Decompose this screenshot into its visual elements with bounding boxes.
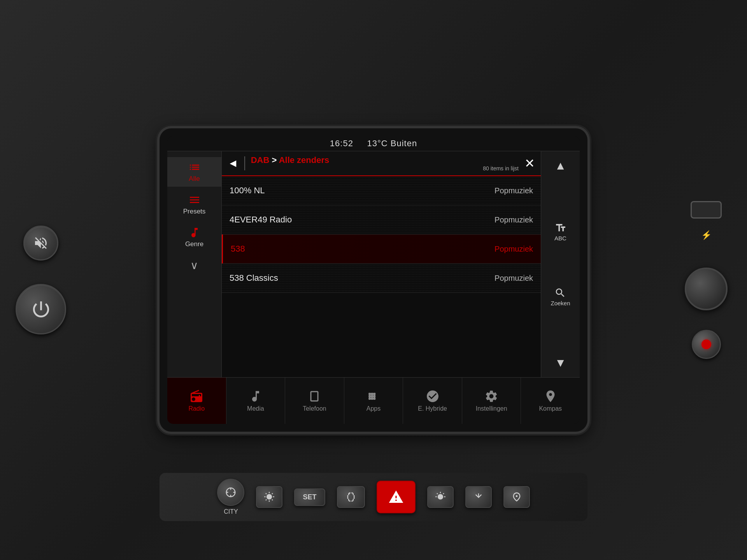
abc-button[interactable]: ABC (554, 222, 566, 242)
current-time: 16:52 (330, 138, 353, 148)
set-button[interactable]: SET (294, 488, 325, 506)
power-button[interactable] (16, 284, 66, 334)
nav-item-kompas[interactable]: Kompas (521, 378, 580, 424)
items-count: 80 items in lijst (251, 165, 519, 172)
infotainment-screen: 16:52 13°C Buiten Alle Presets (167, 136, 580, 424)
scroll-down-button[interactable]: ▼ (551, 352, 570, 373)
station-row-4ever49[interactable]: 4EVER49 Radio Popmuziek (222, 205, 541, 234)
usb-port (691, 201, 722, 219)
station-name-538classics: 538 Classics (230, 273, 494, 283)
station-row-100nl[interactable]: 100% NL Popmuziek (222, 176, 541, 205)
hazard-button[interactable] (377, 481, 416, 513)
steering-wheel-button[interactable]: CITY (217, 479, 244, 515)
bottom-nav: Radio Media Telefoon Apps (167, 377, 580, 424)
nav-label-kompas: Kompas (539, 405, 562, 412)
sidebar-item-alle[interactable]: Alle (167, 157, 221, 187)
abc-label: ABC (554, 235, 566, 242)
bottom-physical-panel: CITY SET (160, 473, 587, 521)
source-label: DAB > Alle zenders (251, 155, 330, 165)
right-controls: ▲ ABC Zoeken ▼ (541, 151, 580, 377)
nav-item-instellingen[interactable]: Instellingen (462, 378, 521, 424)
nav-label-media: Media (247, 405, 264, 412)
header-title: DAB > Alle zenders 80 items in lijst (251, 155, 519, 172)
sidebar-genre-label: Genre (185, 240, 203, 248)
sidebar-alle-label: Alle (189, 175, 200, 183)
sidebar-more-button[interactable]: ∨ (186, 255, 202, 276)
station-name-4ever49: 4EVER49 Radio (230, 215, 494, 225)
main-content: Alle Presets Genre ∨ (167, 151, 580, 377)
station-row-538[interactable]: 538 Popmuziek (222, 234, 541, 264)
brightness-button[interactable] (337, 486, 365, 508)
sidebar: Alle Presets Genre ∨ (167, 151, 222, 377)
station-genre-4ever49: Popmuziek (494, 215, 533, 224)
rear-wiper-button[interactable] (465, 486, 492, 508)
nav-label-instellingen: Instellingen (476, 405, 507, 412)
station-rows: 100% NL Popmuziek 4EVER49 Radio Popmuzie… (222, 176, 541, 377)
light-control-button[interactable] (256, 486, 282, 508)
fog-front-button[interactable] (427, 486, 454, 508)
right-knob-area: ⚡ (685, 201, 728, 359)
scroll-up-button[interactable]: ▲ (551, 155, 570, 176)
station-genre-538: Popmuziek (494, 245, 533, 254)
nav-item-telefoon[interactable]: Telefoon (285, 378, 344, 424)
search-button[interactable]: Zoeken (551, 287, 570, 306)
header-bar: ◄ DAB > Alle zenders 80 items in lijst ✕ (222, 151, 541, 176)
sidebar-item-genre[interactable]: Genre (167, 222, 221, 252)
car-panel: 16:52 13°C Buiten Alle Presets (0, 0, 747, 560)
close-button[interactable]: ✕ (524, 156, 535, 171)
station-genre-100nl: Popmuziek (494, 186, 533, 195)
city-label: CITY (224, 508, 238, 515)
nav-label-telefoon: Telefoon (303, 405, 326, 412)
sidebar-presets-label: Presets (183, 208, 206, 215)
select-knob-center (701, 340, 711, 349)
dab-source: DAB > Alle zenders (251, 155, 519, 165)
volume-knob[interactable] (685, 268, 728, 310)
back-button[interactable]: ◄ (228, 157, 238, 170)
search-label: Zoeken (551, 300, 570, 306)
nav-item-ehybride[interactable]: E. Hybride (403, 378, 462, 424)
header-separator (244, 156, 245, 170)
station-name-100nl: 100% NL (230, 186, 494, 196)
nav-item-radio[interactable]: Radio (167, 378, 226, 424)
temperature-outside: 13°C Buiten (367, 138, 417, 148)
mute-button[interactable] (23, 226, 58, 261)
sidebar-item-presets[interactable]: Presets (167, 190, 221, 219)
nav-label-ehybride: E. Hybride (418, 405, 447, 412)
station-list: ◄ DAB > Alle zenders 80 items in lijst ✕ (222, 151, 541, 377)
nav-label-apps: Apps (366, 405, 381, 412)
left-physical-buttons (16, 226, 66, 334)
nav-item-apps[interactable]: Apps (344, 378, 403, 424)
status-bar: 16:52 13°C Buiten (167, 136, 580, 151)
nav-item-media[interactable]: Media (226, 378, 286, 424)
screen-housing: 16:52 13°C Buiten Alle Presets (160, 128, 587, 432)
nav-label-radio: Radio (188, 405, 205, 412)
usb-icon: ⚡ (701, 230, 712, 240)
set-label: SET (303, 493, 316, 501)
station-genre-538classics: Popmuziek (494, 274, 533, 283)
station-name-538: 538 (231, 244, 494, 254)
station-row-538classics[interactable]: 538 Classics Popmuziek (222, 264, 541, 293)
select-knob[interactable] (692, 330, 721, 359)
camera-button[interactable] (503, 486, 530, 508)
